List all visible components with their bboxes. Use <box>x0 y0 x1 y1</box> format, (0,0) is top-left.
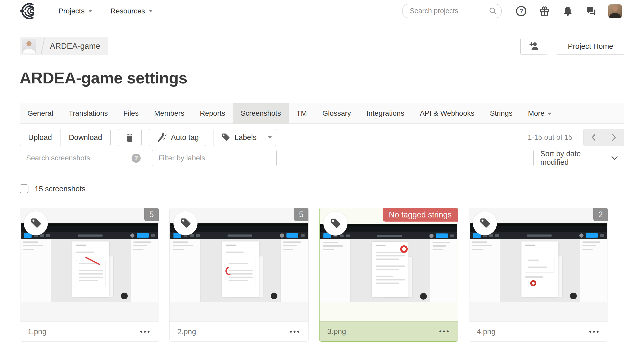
pagination-range: 1-15 out of 15 <box>528 133 572 142</box>
screenshot-search: ? <box>20 150 144 166</box>
label-filter-input[interactable] <box>152 150 277 166</box>
settings-tabbar: General Translations Files Members Repor… <box>20 103 624 124</box>
tag-badge-icon[interactable] <box>473 211 497 235</box>
label-filter <box>152 150 277 166</box>
sort-select[interactable]: Sort by date modified <box>533 150 624 166</box>
primary-nav: Projects Resources <box>58 7 153 15</box>
tab-general[interactable]: General <box>20 103 61 123</box>
tab-translations[interactable]: Translations <box>61 103 116 123</box>
tab-members[interactable]: Members <box>146 103 192 123</box>
breadcrumb[interactable]: ARDEA-game <box>20 37 108 55</box>
screenshot-card[interactable]: 5 <box>169 208 309 342</box>
delete-button[interactable] <box>118 129 142 146</box>
breadcrumb-row: ARDEA-game Project Home <box>20 37 624 55</box>
no-tagged-strings-badge: No tagged strings <box>383 208 458 222</box>
search-icon <box>489 7 497 15</box>
magic-wand-icon <box>156 132 167 143</box>
tag-badge-icon[interactable] <box>24 211 48 235</box>
gift-icon[interactable] <box>539 5 550 17</box>
tab-more[interactable]: More <box>520 103 559 123</box>
pagination <box>583 129 624 146</box>
user-avatar[interactable] <box>608 4 622 18</box>
tab-api-webhooks[interactable]: API & Webhooks <box>412 103 482 123</box>
tag-badge-icon[interactable] <box>323 212 347 236</box>
screenshot-thumbnail <box>170 223 308 302</box>
global-search <box>402 4 502 18</box>
labels-split-button: Labels <box>214 129 276 146</box>
next-page-button[interactable] <box>604 129 624 146</box>
screenshot-search-input[interactable] <box>20 150 144 166</box>
screenshot-filename: 1.png <box>28 327 47 336</box>
screenshot-card[interactable]: 2 <box>469 208 608 342</box>
global-search-input[interactable] <box>403 7 501 15</box>
chevron-down-icon <box>149 10 153 12</box>
card-menu-button[interactable]: ••• <box>140 328 151 336</box>
chat-icon[interactable] <box>585 5 597 17</box>
chevron-right-icon <box>611 134 617 141</box>
previous-page-button[interactable] <box>584 129 604 146</box>
download-button[interactable]: Download <box>60 129 110 146</box>
invite-member-button[interactable] <box>520 38 547 55</box>
labels-label: Labels <box>234 133 256 142</box>
screenshot-thumbnail <box>320 224 457 302</box>
top-bar: Projects Resources ? <box>0 0 644 22</box>
tab-tm[interactable]: TM <box>289 103 315 123</box>
select-all-row: 15 screenshots <box>20 184 624 193</box>
card-footer: 2.png ••• <box>170 322 308 341</box>
screenshot-thumbnail <box>21 223 158 302</box>
bell-icon[interactable] <box>562 5 574 17</box>
screenshot-count-label: 15 screenshots <box>35 185 86 193</box>
labels-dropdown-button[interactable] <box>264 129 276 146</box>
nav-projects-label: Projects <box>58 7 85 15</box>
tab-screenshots[interactable]: Screenshots <box>233 103 289 123</box>
help-icon[interactable]: ? <box>515 5 527 17</box>
project-owner-avatar <box>22 39 36 53</box>
card-menu-button[interactable]: ••• <box>589 328 600 336</box>
upload-download-group: Upload Download <box>20 129 111 146</box>
tab-integrations[interactable]: Integrations <box>359 103 412 123</box>
chevron-down-icon <box>611 156 618 160</box>
screenshot-thumbnail <box>470 223 607 302</box>
screenshot-card[interactable]: 5 <box>20 208 159 342</box>
filters-row: ? Sort by date modified <box>20 150 624 166</box>
page-title: ARDEA-game settings <box>20 69 624 87</box>
chevron-down-icon <box>268 136 272 138</box>
nav-resources[interactable]: Resources <box>110 7 153 15</box>
card-menu-button[interactable]: ••• <box>439 327 450 335</box>
auto-tag-label: Auto tag <box>171 133 199 142</box>
add-user-icon <box>528 42 539 51</box>
search-help-icon[interactable]: ? <box>132 154 141 163</box>
nav-projects[interactable]: Projects <box>58 7 92 15</box>
divider <box>20 178 624 178</box>
tab-reports[interactable]: Reports <box>192 103 233 123</box>
screenshots-toolbar: Upload Download Auto tag <box>20 129 624 146</box>
chevron-down-icon <box>88 10 92 12</box>
page-content: ARDEA-game Project Home ARDEA-game setti… <box>0 37 644 342</box>
select-all-checkbox[interactable] <box>20 184 28 193</box>
tab-glossary[interactable]: Glossary <box>315 103 359 123</box>
breadcrumb-project-name: ARDEA-game <box>50 42 100 51</box>
upload-button[interactable]: Upload <box>20 129 60 146</box>
auto-tag-button[interactable]: Auto tag <box>149 129 206 146</box>
breadcrumb-divider <box>41 38 45 54</box>
screenshot-filename: 4.png <box>477 327 496 336</box>
screenshot-filename: 2.png <box>177 327 196 336</box>
tab-files[interactable]: Files <box>116 103 146 123</box>
svg-text:?: ? <box>519 7 523 14</box>
organization-logo-icon[interactable] <box>18 2 40 20</box>
card-menu-button[interactable]: ••• <box>290 328 301 336</box>
tag-badge-icon[interactable] <box>173 211 198 235</box>
labels-button[interactable]: Labels <box>214 129 264 146</box>
chevron-left-icon <box>591 134 596 141</box>
top-icons: ? <box>515 4 622 18</box>
project-home-button[interactable]: Project Home <box>557 38 624 55</box>
tagged-strings-count-badge: 2 <box>593 208 608 221</box>
tab-strings[interactable]: Strings <box>482 103 520 123</box>
chevron-down-icon <box>548 113 552 115</box>
screenshot-card-selected[interactable]: No tagged strings <box>319 208 458 342</box>
card-footer: 4.png ••• <box>469 322 608 341</box>
header-actions: Project Home <box>520 38 624 55</box>
trash-icon <box>126 132 134 142</box>
screenshot-filename: 3.png <box>327 327 346 336</box>
tag-icon <box>221 133 230 142</box>
